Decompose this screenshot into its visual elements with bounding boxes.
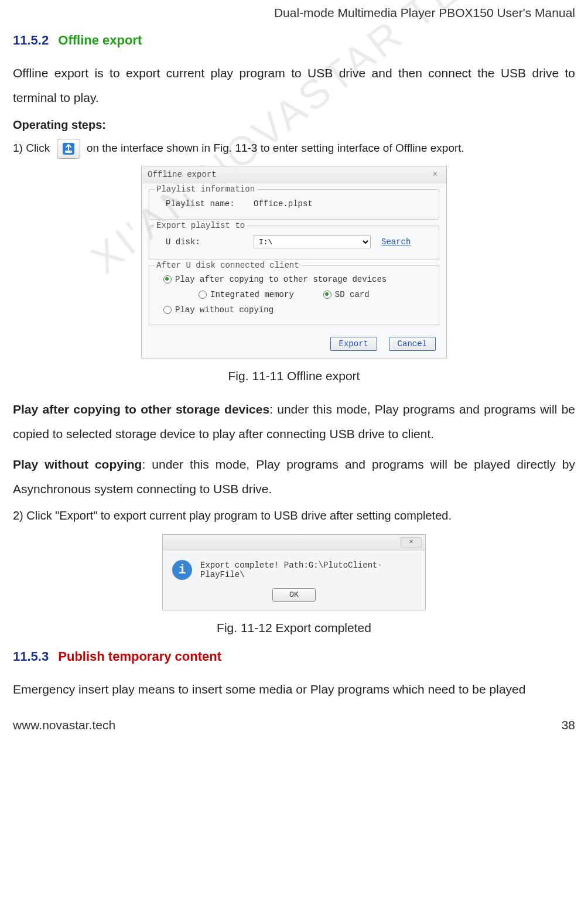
svg-rect-1 bbox=[65, 151, 72, 153]
step-1: 1) Click on the interface shown in Fig. … bbox=[13, 139, 575, 159]
page-footer: www.novastar.tech 38 bbox=[13, 718, 575, 732]
figure-caption-1: Fig. 11-11 Offline export bbox=[13, 369, 575, 383]
section-intro: Offline export is to export current play… bbox=[13, 61, 575, 110]
group-playlist-info: Playlist information Playlist name: Offi… bbox=[149, 189, 439, 220]
mode-nocopy-desc: Play without copying: under this mode, P… bbox=[13, 452, 575, 501]
playlist-name-label: Playlist name: bbox=[158, 199, 248, 209]
export-button[interactable]: Export bbox=[330, 337, 377, 351]
offline-export-icon bbox=[57, 139, 80, 159]
export-complete-message: Export complete! Path:G:\PlutoClient-Pla… bbox=[200, 561, 416, 579]
radio-icon bbox=[163, 306, 172, 314]
step-1-pre: 1) Click bbox=[13, 142, 50, 154]
mode-copy-desc: Play after copying to other storage devi… bbox=[13, 397, 575, 446]
section-heading-offline-export: 11.5.2 Offline export bbox=[13, 33, 575, 48]
section2-intro: Emergency insert play means to insert so… bbox=[13, 677, 575, 702]
radio-play-after-copy[interactable]: Play after copying to other storage devi… bbox=[163, 275, 430, 284]
cancel-button[interactable]: Cancel bbox=[389, 337, 436, 351]
mode-copy-title: Play after copying to other storage devi… bbox=[13, 402, 269, 416]
offline-export-dialog: Offline export ✕ Playlist information Pl… bbox=[141, 166, 447, 358]
playlist-name-value: Office.plpst bbox=[254, 199, 313, 209]
radio-integrated-memory[interactable]: Integrated memory bbox=[199, 290, 294, 299]
dialog-titlebar: ✕ bbox=[163, 535, 425, 551]
dialog-title: Offline export bbox=[148, 170, 217, 179]
section-title: Offline export bbox=[58, 33, 142, 47]
info-icon: i bbox=[172, 560, 192, 580]
close-icon[interactable]: ✕ bbox=[430, 169, 440, 179]
radio-icon bbox=[323, 291, 331, 299]
group-legend: Playlist information bbox=[154, 185, 257, 194]
close-icon[interactable]: ✕ bbox=[401, 537, 422, 548]
mode-nocopy-title: Play without copying bbox=[13, 457, 142, 471]
udisk-select[interactable]: I:\ bbox=[254, 235, 371, 248]
radio-label: Play after copying to other storage devi… bbox=[175, 275, 387, 284]
group-export-to: Export playlist to U disk: I:\ Search bbox=[149, 226, 439, 259]
dialog-titlebar: Offline export ✕ bbox=[142, 166, 446, 183]
radio-label: Integrated memory bbox=[210, 290, 294, 299]
udisk-label: U disk: bbox=[158, 237, 248, 247]
step-2: 2) Click "Export" to export current play… bbox=[13, 507, 575, 524]
ok-button[interactable]: OK bbox=[272, 588, 316, 602]
radio-icon bbox=[163, 275, 172, 284]
group-legend: After U disk connected client bbox=[154, 261, 302, 270]
radio-sd-card[interactable]: SD card bbox=[323, 290, 370, 299]
step-1-post: on the interface shown in Fig. 11-3 to e… bbox=[87, 142, 464, 154]
footer-url: www.novastar.tech bbox=[13, 718, 115, 732]
search-link[interactable]: Search bbox=[381, 237, 411, 247]
section-title: Publish temporary content bbox=[58, 649, 221, 664]
export-complete-dialog: ✕ i Export complete! Path:G:\PlutoClient… bbox=[162, 534, 426, 610]
group-after-connected: After U disk connected client Play after… bbox=[149, 265, 439, 325]
group-legend: Export playlist to bbox=[154, 221, 247, 230]
dialog-button-row: Export Cancel bbox=[142, 331, 446, 358]
section-number: 11.5.3 bbox=[13, 649, 49, 664]
footer-page-number: 38 bbox=[562, 718, 575, 732]
radio-label: SD card bbox=[335, 290, 370, 299]
section-heading-publish-temp: 11.5.3 Publish temporary content bbox=[13, 649, 575, 664]
radio-label: Play without copying bbox=[175, 305, 274, 315]
radio-icon bbox=[199, 291, 207, 299]
operating-steps-label: Operating steps: bbox=[13, 118, 575, 132]
figure-caption-2: Fig. 11-12 Export completed bbox=[13, 621, 575, 635]
radio-play-without-copying[interactable]: Play without copying bbox=[163, 305, 430, 315]
section-number: 11.5.2 bbox=[13, 33, 49, 47]
document-header: Dual-mode Multimedia Player PBOX150 User… bbox=[13, 6, 575, 20]
